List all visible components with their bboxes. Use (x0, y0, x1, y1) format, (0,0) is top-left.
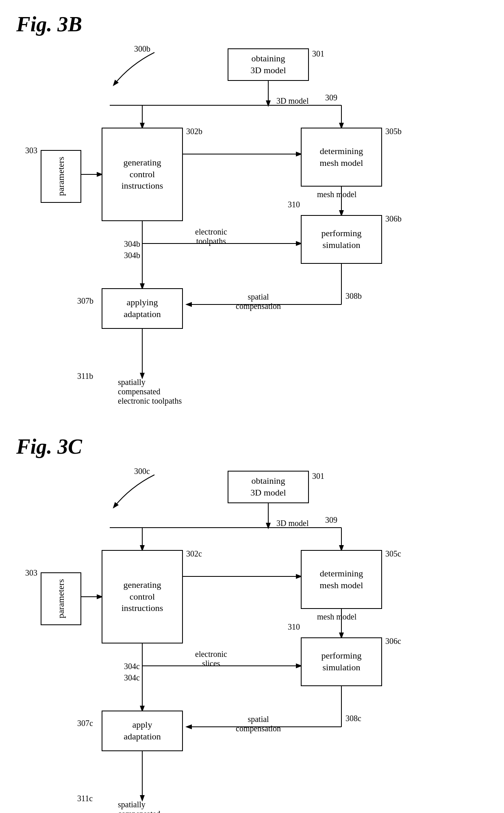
fig-3b-diagram: 300b obtaining 3D model 301 3D model 309… (16, 40, 488, 430)
box-obtaining-3c: obtaining 3D model (228, 471, 309, 503)
box-applying-3c: apply adaptation (102, 711, 183, 751)
ref-304b-1: 304b (124, 239, 140, 249)
label-toolpaths-3b: electronictoolpaths (195, 227, 227, 246)
label-mesh-model-3c: mesh model (317, 612, 356, 622)
ref-311b: 311b (77, 372, 93, 381)
ref-308c: 308c (345, 714, 361, 723)
box-parameters-3b: parameters (41, 150, 81, 203)
ref-304c-2: 304c (124, 673, 140, 683)
ref-310-3c: 310 (288, 622, 300, 632)
label-3d-model-3b: 3D model (276, 96, 308, 106)
label-slices-3c: electronicslices (195, 650, 227, 668)
box-determining-3b: determining mesh model (301, 128, 382, 187)
ref-310-3b: 310 (288, 200, 300, 209)
ref-307b: 307b (77, 296, 93, 306)
label-mesh-model-3b: mesh model (317, 190, 356, 199)
label-spatial-comp-3b: spatialcompensation (236, 292, 281, 311)
box-performing-3b: performing simulation (301, 215, 382, 264)
label-spatially-comp-3b: spatiallycompensatedelectronic toolpaths (118, 378, 182, 406)
box-generating-3b: generating control instructions (102, 128, 183, 221)
label-spatial-comp-3c: spatialcompensation (236, 715, 281, 733)
ref-305c: 305c (385, 549, 401, 559)
label-spatially-comp-3c: spatiallycompensatedelectronic slices (118, 800, 170, 813)
ref-304c-1: 304c (124, 662, 140, 671)
ref-303-3b: 303 (25, 146, 37, 155)
ref-307c: 307c (77, 719, 93, 728)
fig-3c-diagram: 300c obtaining 3D model 301 3D model 309… (16, 463, 488, 813)
box-parameters-3c: parameters (41, 572, 81, 625)
ref-306c: 306c (385, 637, 401, 646)
ref-301-3b: 301 (312, 49, 324, 59)
ref-305b: 305b (385, 127, 402, 136)
ref-311c: 311c (77, 794, 93, 803)
ref-309-3b: 309 (325, 93, 337, 102)
ref-302b: 302b (186, 127, 202, 136)
box-performing-3c: performing simulation (301, 637, 382, 686)
box-generating-3c: generating control instructions (102, 550, 183, 643)
ref-308b: 308b (345, 291, 362, 301)
fig-3c-label: Fig. 3C (16, 435, 488, 459)
ref-303-3c: 303 (25, 568, 37, 578)
box-determining-3c: determining mesh model (301, 550, 382, 609)
ref-301-3c: 301 (312, 472, 324, 481)
ref-306b: 306b (385, 214, 402, 224)
ref-302c: 302c (186, 549, 202, 559)
page: Fig. 3B (0, 0, 504, 813)
ref-309-3c: 309 (325, 515, 337, 525)
box-obtaining-3b: obtaining 3D model (228, 48, 309, 81)
ref-304b-2: 304b (124, 251, 140, 260)
box-applying-3b: applying adaptation (102, 288, 183, 329)
label-3d-model-3c: 3D model (276, 519, 308, 528)
fig-3b-label: Fig. 3B (16, 12, 488, 36)
ref-300c: 300c (134, 467, 150, 476)
ref-300b: 300b (134, 44, 150, 54)
